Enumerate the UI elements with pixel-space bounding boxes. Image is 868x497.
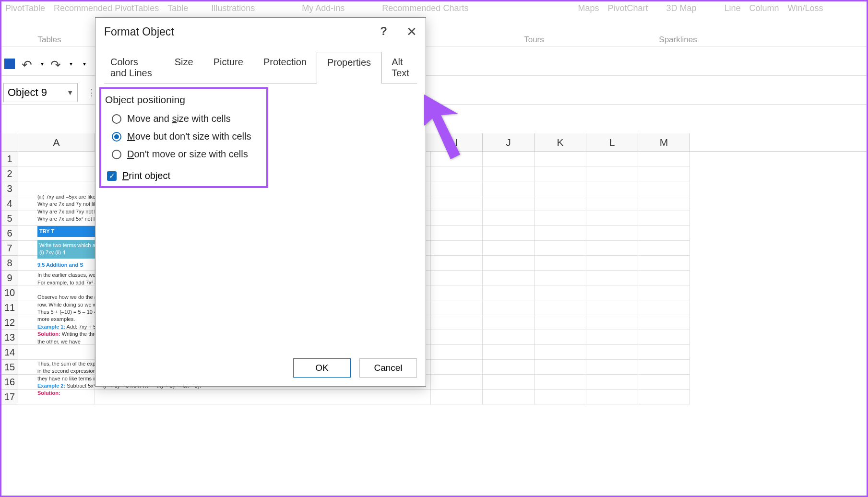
- cell[interactable]: [638, 375, 690, 390]
- cell[interactable]: [638, 360, 690, 375]
- cell[interactable]: [483, 211, 535, 226]
- ribbon-rec-charts[interactable]: Recommended Charts: [382, 3, 468, 13]
- cell[interactable]: [586, 166, 638, 181]
- radio-icon[interactable]: [112, 150, 121, 159]
- row-header[interactable]: 8: [1, 256, 18, 271]
- cell[interactable]: [431, 390, 483, 404]
- cell[interactable]: [535, 345, 586, 360]
- row-header[interactable]: 6: [1, 226, 18, 241]
- redo-icon[interactable]: ↷: [50, 58, 63, 70]
- cell[interactable]: [638, 271, 690, 285]
- cell[interactable]: [586, 211, 638, 226]
- cell[interactable]: [431, 285, 483, 300]
- tab-picture[interactable]: Picture: [203, 52, 253, 83]
- cell[interactable]: [431, 300, 483, 315]
- col-J[interactable]: J: [483, 133, 535, 151]
- cell[interactable]: [586, 300, 638, 315]
- cell[interactable]: [483, 256, 535, 271]
- cell[interactable]: [638, 390, 690, 404]
- cell[interactable]: [638, 226, 690, 241]
- checkbox-icon[interactable]: ✓: [107, 171, 117, 181]
- tab-colors-lines[interactable]: Colors and Lines: [100, 52, 165, 83]
- cell[interactable]: [431, 375, 483, 390]
- cell[interactable]: [586, 152, 638, 166]
- cell[interactable]: [638, 330, 690, 345]
- ribbon-table[interactable]: Table: [167, 3, 188, 13]
- cell[interactable]: [586, 256, 638, 271]
- ribbon-pivotchart[interactable]: PivotChart: [607, 3, 648, 13]
- col-K[interactable]: K: [535, 133, 586, 151]
- cell[interactable]: [431, 166, 483, 181]
- col-I[interactable]: I: [431, 133, 483, 151]
- cell[interactable]: [483, 360, 535, 375]
- cell[interactable]: [483, 345, 535, 360]
- cell[interactable]: [431, 241, 483, 256]
- radio-move-only[interactable]: Move but don't size with cells: [112, 131, 416, 142]
- cell[interactable]: [586, 390, 638, 404]
- cell[interactable]: [586, 345, 638, 360]
- radio-move-size[interactable]: Move and size with cells: [112, 113, 416, 124]
- tab-size[interactable]: Size: [165, 52, 203, 83]
- cell[interactable]: [638, 285, 690, 300]
- row-header[interactable]: 2: [1, 166, 18, 181]
- cell[interactable]: [535, 241, 586, 256]
- cell[interactable]: [586, 285, 638, 300]
- undo-dropdown[interactable]: ▾: [41, 60, 44, 67]
- cell[interactable]: [586, 241, 638, 256]
- cell[interactable]: [483, 300, 535, 315]
- cell[interactable]: [638, 152, 690, 166]
- redo-dropdown[interactable]: ▾: [70, 60, 72, 67]
- cell[interactable]: [535, 375, 586, 390]
- cell[interactable]: [483, 271, 535, 285]
- cell[interactable]: [638, 241, 690, 256]
- col-M[interactable]: M: [638, 133, 690, 151]
- col-L[interactable]: L: [586, 133, 638, 151]
- row-header[interactable]: 12: [1, 315, 18, 330]
- cancel-button[interactable]: Cancel: [359, 358, 417, 378]
- tab-alt-text[interactable]: Alt Text: [381, 52, 421, 83]
- cell[interactable]: [431, 330, 483, 345]
- help-icon[interactable]: ?: [380, 24, 387, 39]
- undo-icon[interactable]: ↶: [22, 58, 34, 70]
- cell[interactable]: [638, 300, 690, 315]
- cell[interactable]: [18, 152, 95, 166]
- cell[interactable]: [483, 315, 535, 330]
- row-header[interactable]: 1: [1, 152, 18, 166]
- cell[interactable]: [483, 375, 535, 390]
- cell[interactable]: [586, 375, 638, 390]
- row-header[interactable]: 4: [1, 196, 18, 211]
- col-A[interactable]: A: [18, 133, 95, 151]
- cell[interactable]: [638, 181, 690, 196]
- radio-icon[interactable]: [112, 132, 121, 142]
- cell[interactable]: [535, 315, 586, 330]
- ribbon-line[interactable]: Line: [725, 3, 741, 13]
- cell[interactable]: [483, 226, 535, 241]
- row-header[interactable]: 9: [1, 271, 18, 285]
- tab-protection[interactable]: Protection: [253, 52, 317, 83]
- cell[interactable]: [431, 196, 483, 211]
- cell[interactable]: [535, 152, 586, 166]
- ribbon-illustrations[interactable]: Illustrations: [211, 3, 255, 13]
- cell[interactable]: [431, 181, 483, 196]
- row-header[interactable]: 11: [1, 300, 18, 315]
- radio-dont-move[interactable]: Don't move or size with cells: [112, 149, 416, 160]
- cell[interactable]: [535, 360, 586, 375]
- cell[interactable]: [586, 196, 638, 211]
- cell[interactable]: [483, 330, 535, 345]
- ribbon-3dmap[interactable]: 3D Map: [666, 3, 696, 13]
- select-all-triangle[interactable]: [1, 133, 18, 151]
- cell[interactable]: [431, 152, 483, 166]
- ribbon-column[interactable]: Column: [749, 3, 779, 13]
- cell[interactable]: [483, 181, 535, 196]
- ok-button[interactable]: OK: [293, 358, 351, 378]
- cell[interactable]: [483, 241, 535, 256]
- cell[interactable]: [535, 256, 586, 271]
- cell[interactable]: [18, 166, 95, 181]
- save-icon[interactable]: [4, 59, 15, 69]
- cell[interactable]: [535, 271, 586, 285]
- cell[interactable]: [586, 315, 638, 330]
- qat-customize[interactable]: ▾: [83, 60, 86, 67]
- cell[interactable]: [431, 271, 483, 285]
- cell[interactable]: [586, 226, 638, 241]
- cell[interactable]: [535, 285, 586, 300]
